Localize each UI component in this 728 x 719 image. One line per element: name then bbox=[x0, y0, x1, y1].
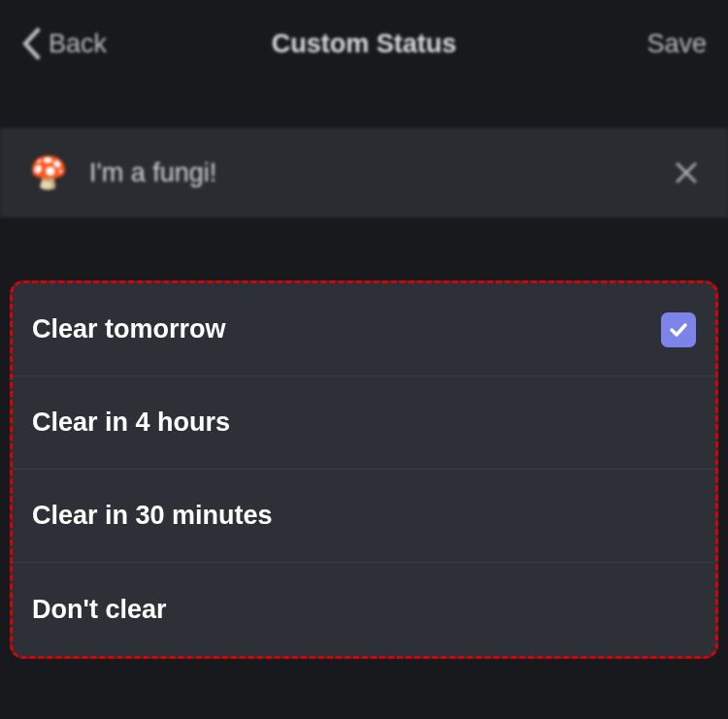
option-label: Clear in 30 minutes bbox=[32, 501, 273, 531]
option-dont-clear[interactable]: Don't clear bbox=[13, 563, 715, 656]
option-label: Clear tomorrow bbox=[32, 314, 226, 344]
header: Back Custom Status Save bbox=[0, 0, 728, 87]
chevron-left-icon bbox=[21, 27, 41, 60]
clear-options-list: Clear tomorrow Clear in 4 hours Clear in… bbox=[10, 280, 718, 659]
status-input-row[interactable]: 🍄 I'm a fungi! bbox=[0, 128, 728, 217]
option-clear-4-hours[interactable]: Clear in 4 hours bbox=[13, 376, 715, 470]
status-emoji[interactable]: 🍄 bbox=[29, 154, 68, 191]
save-button[interactable]: Save bbox=[646, 29, 707, 59]
option-clear-30-minutes[interactable]: Clear in 30 minutes bbox=[13, 470, 715, 563]
close-icon[interactable] bbox=[674, 160, 699, 185]
option-clear-tomorrow[interactable]: Clear tomorrow bbox=[13, 283, 715, 376]
status-text-input[interactable]: I'm a fungi! bbox=[89, 158, 674, 188]
checkbox-checked-icon bbox=[661, 312, 696, 347]
page-title: Custom Status bbox=[272, 29, 457, 59]
back-button[interactable]: Back bbox=[21, 27, 107, 60]
option-label: Clear in 4 hours bbox=[32, 408, 230, 438]
option-label: Don't clear bbox=[32, 595, 166, 625]
back-label: Back bbox=[49, 29, 107, 59]
